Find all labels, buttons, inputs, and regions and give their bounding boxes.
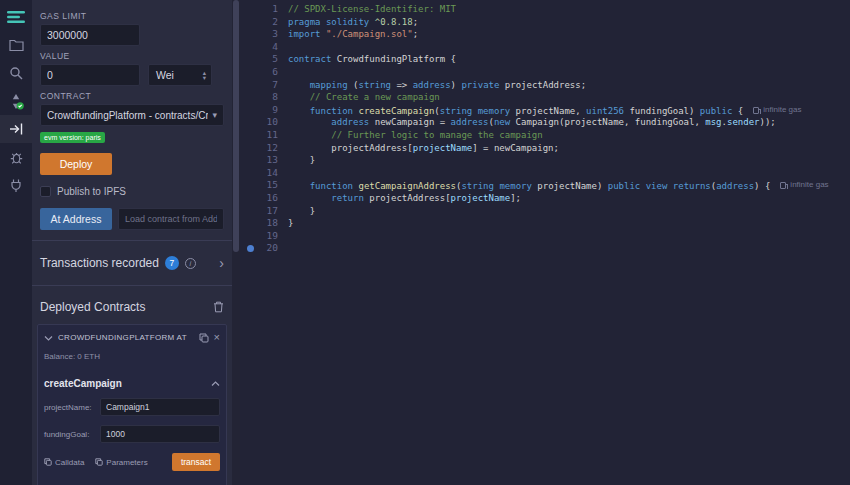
- code-line[interactable]: 17 }: [240, 205, 850, 218]
- value-unit-stepper[interactable]: ▴ ▾: [203, 70, 206, 81]
- solidity-compiler-icon: [8, 93, 24, 110]
- plug-icon: [9, 178, 23, 193]
- deploy-button[interactable]: Deploy: [40, 153, 112, 175]
- line-number: 3: [240, 28, 288, 41]
- code-line[interactable]: 18}: [240, 217, 850, 230]
- line-number: 9: [240, 104, 288, 117]
- line-number: 7: [240, 79, 288, 92]
- line-number: 2: [240, 16, 288, 29]
- search-icon: [9, 66, 23, 80]
- line-number: 14: [240, 167, 288, 180]
- chevron-up-icon[interactable]: [211, 381, 220, 387]
- line-number: 10: [240, 116, 288, 129]
- code-line[interactable]: 15 function getCampaignAddress(string me…: [240, 179, 850, 192]
- code-line[interactable]: 3import "./Campaign.sol";: [240, 28, 850, 41]
- calldata-button[interactable]: Calldata: [44, 458, 84, 467]
- chevron-down-icon: ▾: [212, 110, 217, 120]
- line-number: 15: [240, 179, 288, 192]
- code-line[interactable]: 9 function createCampaign(string memory …: [240, 104, 850, 117]
- line-number: 8: [240, 91, 288, 104]
- code-line[interactable]: 2pragma solidity ^0.8.18;: [240, 16, 850, 29]
- line-number: 20: [240, 242, 288, 255]
- remix-logo[interactable]: [0, 3, 32, 31]
- deployed-contract-card: CROWDFUNDINGPLATFORM AT × Balance: 0 ETH…: [37, 324, 227, 485]
- function-name: createCampaign: [44, 378, 122, 389]
- parameters-button[interactable]: Parameters: [95, 458, 147, 467]
- divider: [32, 240, 232, 241]
- transact-button[interactable]: transact: [172, 453, 220, 471]
- code-line[interactable]: 19: [240, 230, 850, 243]
- line-number: 1: [240, 3, 288, 16]
- line-number: 4: [240, 41, 288, 54]
- code-line[interactable]: 13 }: [240, 154, 850, 167]
- param-label: fundingGoal:: [44, 430, 96, 439]
- contract-label: CONTRACT: [40, 91, 224, 101]
- debugger-tab[interactable]: [0, 143, 32, 171]
- value-input[interactable]: [40, 64, 140, 86]
- close-icon[interactable]: ×: [214, 332, 220, 343]
- line-number: 16: [240, 192, 288, 205]
- gas-estimate-annotation: infinite gas: [780, 179, 828, 192]
- code-line[interactable]: 4: [240, 41, 850, 54]
- code-line[interactable]: 14: [240, 167, 850, 180]
- code-line[interactable]: 20: [240, 242, 850, 255]
- line-number: 17: [240, 205, 288, 218]
- contract-selected: CrowdfundingPlatform - contracts/Cr: [47, 110, 208, 121]
- line-number: 18: [240, 217, 288, 230]
- param-label: projectName:: [44, 403, 96, 412]
- line-number: 5: [240, 53, 288, 66]
- deploy-run-tab[interactable]: [0, 115, 32, 143]
- transactions-count-badge: 7: [165, 256, 179, 270]
- code-line[interactable]: 16 return projectAddress[projectName];: [240, 192, 850, 205]
- publish-ipfs-checkbox[interactable]: [40, 186, 51, 197]
- contract-balance: Balance: 0 ETH: [44, 352, 220, 361]
- param-projectname-input[interactable]: [100, 398, 220, 416]
- solidity-compiler-tab[interactable]: [0, 87, 32, 115]
- panel-scrollbar-thumb[interactable]: [233, 0, 239, 252]
- at-address-input[interactable]: [118, 208, 224, 230]
- value-unit-select[interactable]: Wei ▴ ▾: [148, 64, 212, 86]
- line-number: 19: [240, 230, 288, 243]
- plugin-manager-tab[interactable]: [0, 171, 32, 199]
- code-line[interactable]: 1// SPDX-License-Identifier: MIT: [240, 3, 850, 16]
- code-line[interactable]: 8 // Create a new campaign: [240, 91, 850, 104]
- code-line[interactable]: 7 mapping (string => address) private pr…: [240, 79, 850, 92]
- copy-icon: [44, 458, 52, 466]
- param-row: fundingGoal:: [44, 425, 220, 443]
- code-line[interactable]: 12 projectAddress[projectName] = newCamp…: [240, 142, 850, 155]
- remix-logo-icon: [7, 10, 25, 24]
- icon-sidebar: [0, 0, 32, 485]
- trash-icon[interactable]: [213, 301, 224, 313]
- folder-icon: [9, 38, 24, 52]
- contract-select[interactable]: CrowdfundingPlatform - contracts/Cr ▾: [40, 104, 224, 126]
- code-editor[interactable]: 1// SPDX-License-Identifier: MIT2pragma …: [240, 0, 850, 485]
- file-explorer-tab[interactable]: [0, 31, 32, 59]
- code-line[interactable]: 11 // Further logic to manage the campai…: [240, 129, 850, 142]
- copy-icon: [95, 458, 103, 466]
- deploy-run-icon: [9, 122, 24, 136]
- collapse-chevron-icon[interactable]: [44, 335, 53, 341]
- breakpoint-dot[interactable]: [247, 245, 254, 252]
- code-line[interactable]: 10 address newCampaign = address(new Cam…: [240, 116, 850, 129]
- chevron-right-icon[interactable]: ›: [219, 256, 224, 270]
- param-fundinggoal-input[interactable]: [100, 425, 220, 443]
- code-line[interactable]: 5contract CrowdfundingPlatform {: [240, 53, 850, 66]
- panel-scrollbar[interactable]: [232, 0, 240, 485]
- copy-icon[interactable]: [199, 333, 209, 343]
- value-unit-selected: Wei: [156, 69, 174, 81]
- info-icon[interactable]: i: [185, 258, 196, 269]
- deployed-contract-title: CROWDFUNDINGPLATFORM AT: [58, 333, 194, 342]
- transactions-recorded-row[interactable]: Transactions recorded 7 i ›: [40, 249, 224, 277]
- parameters-label: Parameters: [106, 458, 147, 467]
- at-address-button[interactable]: At Address: [40, 208, 112, 230]
- gas-limit-input[interactable]: [40, 24, 140, 46]
- gas-limit-label: GAS LIMIT: [40, 11, 224, 21]
- search-tab[interactable]: [0, 59, 32, 87]
- divider: [32, 285, 232, 286]
- code-lines: 1// SPDX-License-Identifier: MIT2pragma …: [240, 3, 850, 255]
- code-line[interactable]: 6: [240, 66, 850, 79]
- stepper-down-icon[interactable]: ▾: [203, 75, 206, 81]
- evm-version-badge: evm version: paris: [40, 132, 105, 143]
- param-row: projectName:: [44, 398, 220, 416]
- gas-pump-icon: [780, 182, 786, 189]
